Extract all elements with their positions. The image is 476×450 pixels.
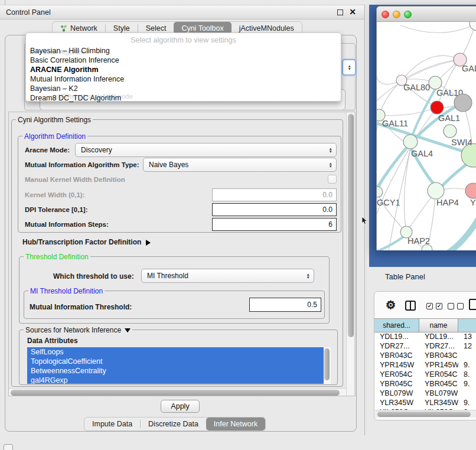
network-node-gal4[interactable] [403,135,418,149]
table-cell: 9. [458,361,476,370]
vertical-scrollbar[interactable] [346,112,354,396]
manual-kernel-checkbox[interactable] [328,175,337,184]
hub-definition-label[interactable]: Hub/Transcription Factor Definition [22,238,151,246]
aracne-mode-combo[interactable]: Discovery ▲▼ [75,143,337,157]
mi-steps-input[interactable]: 6 [212,218,337,231]
aracne-mode-value: Discovery [81,146,112,154]
apply-button[interactable]: Apply [161,400,200,413]
mi-type-value: Naive Bayes [149,161,188,169]
combo-arrows-icon: ▲▼ [348,65,351,70]
table-row[interactable]: YPR145WYPR145W9. [374,361,476,370]
dropdown-item[interactable]: Bayesian – K2 [30,84,338,93]
dropdown-item[interactable]: Bayesian – Hill Climbing [30,46,338,56]
horizontal-scrollbar[interactable] [9,388,346,396]
dropdown-item[interactable]: Mutual Information Inference [30,74,338,84]
algorithm-combo-fragment[interactable]: ▲▼ [342,59,356,76]
network-node-hap4[interactable] [428,182,444,199]
network-node[interactable] [461,144,476,167]
file-icon[interactable] [469,299,476,310]
network-edge[interactable] [400,24,475,33]
list-item[interactable]: BetweennessCentrality [27,366,324,376]
table-header: shared...name [374,318,476,332]
table-row[interactable]: YBR043CYBR043C [374,351,476,361]
network-canvas[interactable]: GALGAL80GAL10GAL1GAL11SWI4GAL4HAP4YGCY1H… [377,22,476,250]
column-header[interactable]: name [419,318,458,332]
network-node-gal10[interactable] [429,76,442,89]
aracne-mode-label: Aracne Mode: [25,146,70,154]
network-edge[interactable] [402,60,460,80]
table-cell: YBR045C [419,380,458,389]
threshold-definition-title: Threshold Definition [24,253,90,261]
table-cell: YDL19... [374,332,419,342]
columns-icon[interactable] [405,301,416,311]
table-cell: YPR145W [374,361,419,370]
list-scrollbar[interactable] [324,347,331,384]
minimized-panel-icon[interactable] [4,444,13,450]
table-row[interactable]: YDR27...YDR27...12 [374,342,476,351]
list-item[interactable]: gal4RGexp [27,376,324,384]
dropdown-item[interactable]: Basic Correlation Inference [30,56,338,65]
tab-impute-data[interactable]: Impute Data [84,418,140,431]
table-scrollbar-thumb[interactable] [377,412,471,417]
tab-discretize-data[interactable]: Discretize Data [141,418,206,431]
table-cell: YDR27... [374,342,419,351]
kernel-width-input[interactable]: 0.0 [212,188,337,201]
which-threshold-combo[interactable]: MI Threshold ▲▼ [141,269,314,283]
network-edge[interactable] [377,146,411,192]
list-item[interactable]: TopologicalCoefficient [27,357,324,366]
mi-steps-label: Mutual Information Steps: [25,221,109,228]
node-label: GCY1 [377,198,400,207]
column-header[interactable]: shared... [374,318,419,332]
desktop: Control Panel ✕ NetworkStyleSelectCyni T… [0,0,476,450]
table-row[interactable]: YBR045CYBR045C9. [374,380,476,389]
vertical-scrollbar-thumb[interactable] [348,114,354,337]
node-label: GAL80 [403,83,430,92]
combo-arrows-icon: ▲▼ [329,162,332,168]
control-panel-window: Control Panel ✕ NetworkStyleSelectCyni T… [0,5,365,435]
unchecked-boxes-icon[interactable] [448,303,464,309]
node-label: GAL11 [382,119,408,128]
network-node-y[interactable] [465,183,476,198]
close-button[interactable] [382,11,389,18]
cyni-settings-title: Cyni Algorithm Settings [16,116,93,124]
list-item[interactable]: SelfLoops [27,347,324,357]
network-node-gcy1[interactable] [377,187,383,197]
table-cell: YBL079W [419,389,458,399]
tab-infer-network[interactable]: Infer Network [206,418,265,431]
which-threshold-value: MI Threshold [147,272,188,280]
network-edge-highlighted[interactable] [446,217,476,250]
network-edge[interactable] [379,107,437,116]
table-row[interactable]: YER054CYER054C8. [374,370,476,380]
network-node-gal1[interactable] [431,101,444,114]
mi-type-combo[interactable]: Naive Bayes ▲▼ [143,158,337,172]
sources-title[interactable]: Sources for Network Inference [24,326,132,334]
table-row[interactable]: YDL19...YDL19...13 [374,332,476,342]
network-node[interactable] [454,94,472,112]
network-node[interactable] [470,22,476,31]
close-icon[interactable]: ✕ [349,7,356,17]
gear-icon[interactable]: ⚙ [386,299,396,311]
horizontal-scrollbar-thumb[interactable] [11,390,340,396]
table-cell: YBL079W [374,389,419,399]
node-label: Y [470,198,476,207]
expand-arrow-icon[interactable] [146,240,151,246]
checked-boxes-icon[interactable]: ✓✓ [426,303,442,309]
table-row[interactable]: YLR345WYLR345W9. [374,399,476,408]
table-scrollbar[interactable] [375,410,476,418]
column-header[interactable] [458,318,476,332]
dpi-tolerance-input[interactable]: 0.0 [212,203,337,216]
table-cell: YLR345W [374,399,419,408]
float-window-icon[interactable] [337,9,343,15]
network-node-swi4[interactable] [444,125,457,138]
mi-threshold-input[interactable]: 0.5 [249,298,321,312]
dropdown-item[interactable]: ARACNE Algorithm [30,65,338,74]
minimize-button[interactable] [393,11,400,18]
algorithm-definition-title: Algorithm Definition [22,132,87,141]
network-edge-highlighted[interactable] [442,162,469,187]
collapse-arrow-icon[interactable] [125,328,131,332]
table-row[interactable]: YBL079WYBL079W [374,389,476,399]
node-label: SWI4 [451,138,472,147]
dropdown-item[interactable]: Dream8 DC_TDC Algorithm [30,93,338,103]
zoom-button[interactable] [404,11,412,18]
kernel-width-value: 0.0 [322,191,332,199]
